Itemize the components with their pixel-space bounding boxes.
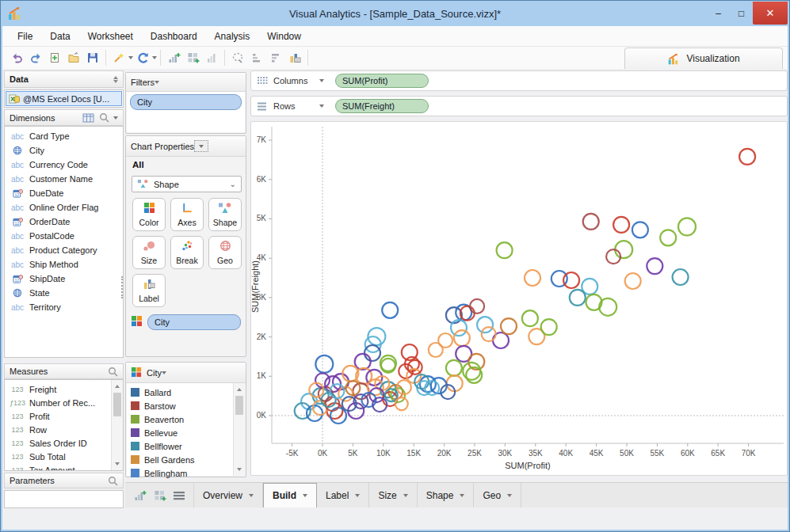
search-icon[interactable] bbox=[108, 367, 118, 377]
tab-build[interactable]: Build bbox=[263, 483, 317, 507]
legend-item[interactable]: Bellflower bbox=[127, 439, 233, 453]
tab-menu-caret[interactable] bbox=[403, 494, 408, 497]
scatter-plot[interactable]: -5K0K5K10K15K20K25K30K35K40K45K50K55K60K… bbox=[251, 122, 787, 475]
columns-pill[interactable]: SUM(Profit) bbox=[335, 74, 429, 88]
menu-dashboard[interactable]: Dashboard bbox=[142, 28, 206, 45]
dimension-item[interactable]: 12ShipDate bbox=[5, 272, 123, 286]
scatter-mark[interactable] bbox=[647, 258, 662, 274]
dimension-item[interactable]: abcCurrency Code bbox=[5, 158, 123, 172]
dimensions-menu-caret[interactable] bbox=[113, 116, 118, 120]
tab-menu-caret[interactable] bbox=[249, 494, 254, 497]
scroll-down-icon[interactable] bbox=[112, 458, 123, 469]
legend-item[interactable]: Bell Gardens bbox=[127, 453, 233, 466]
legend-item[interactable]: Beaverton bbox=[127, 412, 233, 426]
undo-icon[interactable] bbox=[7, 48, 26, 67]
color-property-button[interactable]: Color bbox=[132, 198, 166, 231]
scatter-mark[interactable] bbox=[482, 327, 496, 341]
legend-menu-caret[interactable] bbox=[162, 371, 166, 374]
rows-menu-caret[interactable] bbox=[319, 104, 324, 108]
legend-item[interactable]: Ballard bbox=[127, 386, 233, 399]
scatter-mark[interactable] bbox=[525, 270, 540, 286]
legend-item[interactable]: Bellevue bbox=[127, 426, 233, 439]
chart-icon[interactable] bbox=[202, 48, 221, 67]
new-file-icon[interactable] bbox=[45, 48, 64, 67]
sheet-list-icon[interactable] bbox=[173, 490, 185, 501]
scatter-mark[interactable] bbox=[541, 319, 557, 335]
save-icon[interactable] bbox=[83, 48, 102, 67]
dimension-item[interactable]: abcShip Method bbox=[5, 257, 123, 272]
scatter-mark[interactable] bbox=[382, 302, 398, 318]
tab-menu-caret[interactable] bbox=[460, 494, 464, 497]
dimension-item[interactable]: abcCard Type bbox=[5, 129, 123, 143]
measures-scrollbar[interactable] bbox=[111, 380, 123, 470]
axes-property-button[interactable]: Axes bbox=[170, 198, 204, 231]
scatter-mark[interactable] bbox=[599, 298, 616, 316]
scatter-mark[interactable] bbox=[395, 397, 408, 410]
tab-menu-caret[interactable] bbox=[303, 494, 307, 497]
rows-pill[interactable]: SUM(Freight) bbox=[335, 99, 429, 113]
tab-menu-caret[interactable] bbox=[507, 494, 512, 497]
redo-icon[interactable] bbox=[26, 48, 45, 67]
menu-analysis[interactable]: Analysis bbox=[206, 28, 259, 45]
table-view-icon[interactable] bbox=[82, 113, 94, 123]
tab-shape[interactable]: Shape bbox=[418, 483, 475, 507]
scroll-up-icon[interactable] bbox=[112, 381, 123, 392]
shape-property-button[interactable]: Shape bbox=[208, 198, 242, 231]
lasso-select-icon[interactable] bbox=[228, 48, 247, 67]
size-property-button[interactable]: Size bbox=[132, 236, 166, 269]
scatter-mark[interactable] bbox=[625, 273, 641, 289]
filters-menu-caret[interactable] bbox=[155, 81, 159, 84]
tab-menu-caret[interactable] bbox=[355, 494, 360, 497]
sort-descending-icon[interactable] bbox=[266, 48, 285, 67]
scatter-mark[interactable] bbox=[522, 310, 538, 326]
sort-ascending-icon[interactable] bbox=[247, 48, 266, 67]
measure-item[interactable]: 123Freight bbox=[5, 382, 111, 396]
tab-size[interactable]: Size bbox=[369, 483, 417, 507]
scatter-mark[interactable] bbox=[739, 149, 755, 165]
maximize-button[interactable]: □ bbox=[730, 2, 753, 25]
legend-scrollbar[interactable] bbox=[233, 383, 245, 476]
scatter-mark[interactable] bbox=[632, 222, 648, 238]
scatter-mark[interactable] bbox=[446, 360, 462, 376]
scatter-mark[interactable] bbox=[477, 317, 493, 332]
tab-label[interactable]: Label bbox=[317, 483, 369, 507]
scatter-mark[interactable] bbox=[497, 242, 513, 258]
scroll-down-icon[interactable] bbox=[234, 464, 245, 475]
minimize-button[interactable]: – bbox=[707, 2, 730, 25]
scatter-mark[interactable] bbox=[408, 360, 422, 374]
data-source-wand-icon[interactable] bbox=[109, 48, 128, 67]
add-dashboard-icon[interactable] bbox=[183, 48, 202, 67]
search-icon[interactable] bbox=[108, 476, 118, 486]
close-button[interactable]: ✕ bbox=[753, 2, 788, 25]
dimension-item[interactable]: State bbox=[5, 286, 123, 300]
dimension-item[interactable]: abcCustomer Name bbox=[5, 172, 123, 186]
legend-item[interactable]: Barstow bbox=[127, 399, 233, 412]
scatter-mark[interactable] bbox=[315, 355, 333, 373]
scatter-mark[interactable] bbox=[615, 241, 632, 258]
open-file-icon[interactable] bbox=[64, 48, 83, 67]
new-worksheet-icon[interactable] bbox=[133, 489, 147, 502]
scatter-mark[interactable] bbox=[613, 217, 629, 233]
measure-item[interactable]: 123Tax Amount bbox=[5, 463, 111, 471]
visualization-tab[interactable]: Visualization bbox=[624, 48, 783, 69]
dimension-item[interactable]: City bbox=[5, 143, 123, 158]
filter-pill-city[interactable]: City bbox=[130, 94, 242, 110]
measure-item[interactable]: 123Profit bbox=[5, 409, 111, 423]
bar-label-icon[interactable] bbox=[285, 48, 304, 67]
scatter-mark[interactable] bbox=[470, 299, 484, 314]
columns-menu-caret[interactable] bbox=[319, 79, 324, 82]
add-worksheet-icon[interactable] bbox=[164, 48, 183, 67]
label-property-button[interactable]: Label bbox=[132, 274, 166, 307]
scatter-mark[interactable] bbox=[673, 269, 689, 285]
tab-overview[interactable]: Overview bbox=[194, 483, 263, 507]
scatter-mark[interactable] bbox=[501, 318, 517, 334]
measure-item[interactable]: 123Sub Total bbox=[5, 450, 111, 463]
sort-toggle-icon[interactable] bbox=[113, 76, 118, 83]
measure-item[interactable]: ƒ123Number of Rec... bbox=[5, 396, 111, 409]
scatter-mark[interactable] bbox=[454, 330, 470, 346]
scroll-thumb[interactable] bbox=[113, 393, 121, 416]
property-select[interactable]: Shape ⌄ bbox=[132, 176, 242, 192]
scatter-mark[interactable] bbox=[563, 272, 579, 288]
search-icon[interactable] bbox=[99, 112, 109, 123]
scroll-up-icon[interactable] bbox=[234, 384, 245, 395]
